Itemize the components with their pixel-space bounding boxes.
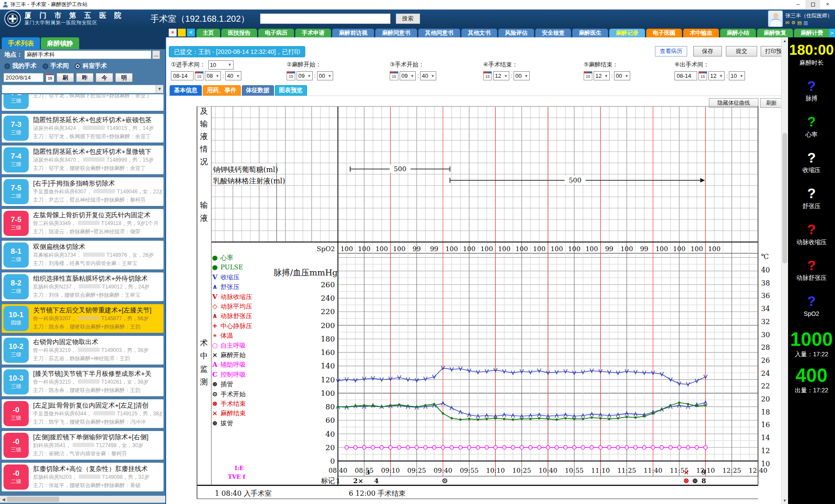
subtab-用药、事件[interactable]: 用药、事件 — [203, 85, 241, 96]
document-icon[interactable]: ▥ — [804, 20, 808, 25]
scroll-left-button[interactable]: < — [187, 29, 195, 36]
tab-安全核查[interactable]: 安全核查 — [535, 29, 571, 37]
radio-我的手术[interactable]: 我的手术 — [4, 62, 37, 70]
subtab-基本信息[interactable]: 基本信息 — [170, 85, 202, 96]
scrollbar-left-arrow[interactable]: ◀ — [0, 497, 7, 502]
scrollbar-up-arrow[interactable]: ▲ — [782, 37, 788, 44]
tab-麻醉记录[interactable]: 麻醉记录 — [609, 29, 645, 37]
scrollbar-thumb[interactable] — [7, 497, 59, 502]
calendar-icon[interactable]: 15 — [46, 73, 54, 82]
settings-icon[interactable]: ⚙ — [791, 20, 795, 25]
surgery-card[interactable]: 7-5三级左肱骨髁上骨折切开复位克氏针内固定术骨二科病房3349，T149118… — [2, 209, 164, 238]
date-field[interactable]: 08-14 — [171, 71, 194, 80]
time-select[interactable]: 12▼ — [594, 71, 610, 80]
mail-icon[interactable]: ✉ — [785, 20, 789, 25]
svg-text:14: 14 — [761, 434, 770, 442]
calendar-icon[interactable]: 15 — [287, 71, 295, 80]
tab-其他文书[interactable]: 其他文书 — [461, 29, 497, 37]
tab-手术申请[interactable]: 手术申请 — [295, 29, 331, 37]
location-input[interactable] — [24, 50, 151, 59]
minimize-button[interactable]: – — [791, 0, 805, 10]
surgery-card[interactable]: 10-3三级[膝关节镜]关节镜下半月板修整成形术+关骨一科病房3215，T140… — [2, 368, 164, 396]
time-select[interactable]: 00▼ — [514, 71, 530, 80]
time-select[interactable]: 10▼ — [208, 60, 234, 70]
surgery-card[interactable]: 7-3三级隐匿性阴茎延长术+包皮环切术+嵌顿包茎泌尿外科病房3424，T1490… — [2, 114, 164, 143]
date-button-明[interactable]: 明 — [115, 73, 133, 82]
time-select[interactable]: 10▼ — [729, 71, 745, 80]
radio-科室手术[interactable]: 科室手术 — [75, 62, 107, 70]
svg-text:160: 160 — [321, 348, 335, 357]
surgery-card[interactable]: 10-1四级关节镜下左后交叉韧带重建术+[左膝关节]骨一科病房3207，T145… — [2, 304, 164, 333]
filter-dropdown[interactable]: ▼ — [2, 85, 164, 93]
calendar-icon[interactable]: 15 — [195, 71, 204, 80]
calendar-icon[interactable]: 15 — [390, 71, 398, 80]
time-select[interactable]: 40▼ — [225, 71, 241, 80]
color-flag-button[interactable] — [178, 29, 186, 36]
tab-风险评估[interactable]: 风险评估 — [498, 29, 534, 37]
tab-麻醉前访视[interactable]: 麻醉前访视 — [332, 29, 374, 37]
submit-button[interactable]: 提交 — [726, 46, 757, 56]
close-record-button[interactable]: × — [169, 29, 177, 36]
scrollbar-thumb[interactable] — [782, 133, 787, 263]
radio-手术间[interactable]: 手术间 — [43, 62, 69, 70]
time-select[interactable]: 08▼ — [205, 71, 221, 80]
room-badge: 7-5三级 — [3, 211, 29, 236]
time-select[interactable]: 09▼ — [297, 71, 313, 80]
time-select[interactable]: 12▼ — [493, 71, 509, 80]
tab-电子医嘱[interactable]: 电子医嘱 — [646, 29, 682, 37]
subtab-图表预览[interactable]: 图表预览 — [275, 85, 307, 96]
date-button-刷[interactable]: 刷 — [57, 73, 74, 82]
tab-麻醉医生[interactable]: 麻醉医生 — [572, 29, 608, 37]
time-select[interactable]: 40▼ — [420, 71, 436, 80]
tab-电子病历[interactable]: 电子病历 — [258, 29, 294, 37]
search-input[interactable] — [260, 13, 391, 24]
time-select[interactable]: 12▼ — [708, 71, 725, 80]
svg-text:⊗: ⊗ — [212, 400, 218, 408]
surgery-card[interactable]: 7-4三级隐匿性阴茎延长术+包皮环切术+显微镜下泌尿外科病房3470，T1489… — [2, 146, 164, 174]
surgery-card[interactable]: 10-2三级右锁骨内固定物取出术骨一科病房3219，T149003，男，38岁主… — [2, 336, 164, 365]
main-vertical-scrollbar[interactable]: ▲ ▼ — [781, 37, 788, 504]
tab-医技报告[interactable]: 医技报告 — [221, 29, 257, 37]
date-input[interactable] — [3, 73, 43, 82]
scroll-right-button[interactable]: > — [829, 29, 835, 37]
date-button-昨[interactable]: 昨 — [76, 73, 94, 82]
maximize-button[interactable] — [805, 0, 820, 10]
tab-术中输血[interactable]: 术中输血 — [683, 29, 719, 37]
sidebar-tab-麻醉镇静[interactable]: 麻醉镇静 — [41, 37, 79, 49]
surgery-card[interactable]: -0三级[左足]趾骨骨折复位内固定术+[左足]清创手足显微外科病房6344，T1… — [2, 399, 164, 428]
view-record-button[interactable]: 查看病历 — [655, 46, 687, 56]
date-button-今[interactable]: 今 — [96, 73, 113, 82]
surgery-card[interactable]: -0二级肛瘘切除术+高位（复杂性）肛瘘挂线术肛肠科病房N203，T149098，… — [2, 463, 164, 491]
tab-麻醉小结[interactable]: 麻醉小结 — [720, 29, 756, 37]
search-button[interactable]: 搜索 — [396, 13, 420, 24]
redacted-name — [73, 443, 94, 447]
surgery-card[interactable]: 8-2二级组织选择性直肠粘膜环切术+外痔切除术肛肠科病房N237，T149012… — [2, 272, 164, 301]
surgery-card[interactable]: 8-1二级双侧扁桃体切除术耳鼻喉科病房3734，T148976，女，26岁主刀：… — [2, 241, 164, 269]
svg-text:V: V — [212, 273, 217, 281]
room-badge: -0三级 — [3, 433, 29, 458]
calendar-icon[interactable]: 15 — [584, 71, 592, 80]
surgery-card[interactable]: -0三级[左侧]腹腔镜下单侧输卵管切除术+[右侧]妇科病房3541，T12749… — [2, 431, 164, 460]
surgery-card[interactable]: 7-2三级泌尿外科病房3409，何子皓，T149000，男，12岁主刀：邬宇龙，… — [2, 94, 164, 111]
surgery-card[interactable]: 7-5二级[右手]手拇指多指畸形切除术手足显微外科病房6307，T149046，… — [2, 177, 164, 206]
tab-麻醉同意书[interactable]: 麻醉同意书 — [375, 29, 417, 37]
time-select[interactable]: 00▼ — [317, 71, 333, 80]
list-icon[interactable]: ▤ — [797, 20, 802, 25]
close-button[interactable]: × — [820, 0, 835, 10]
sidebar-tab-手术列表[interactable]: 手术列表 — [2, 37, 40, 49]
scrollbar-down-arrow[interactable]: ▼ — [782, 497, 788, 504]
location-label: 地点： — [4, 51, 23, 59]
tab-其他同意书[interactable]: 其他同意书 — [418, 29, 460, 37]
tab-麻醉恢复[interactable]: 麻醉恢复 — [757, 29, 793, 37]
tab-麻醉计费[interactable]: 麻醉计费 — [794, 29, 829, 37]
calendar-icon[interactable]: 15 — [483, 71, 492, 80]
location-more-button[interactable]: … — [152, 50, 160, 59]
calendar-icon[interactable]: 15 — [698, 71, 707, 80]
date-field[interactable]: 08-14 — [675, 71, 697, 80]
time-select[interactable]: 00▼ — [614, 71, 630, 80]
save-button[interactable]: 保存 — [693, 46, 722, 56]
subtab-体征数据[interactable]: 体征数据 — [242, 85, 274, 96]
time-select[interactable]: 09▼ — [400, 71, 416, 80]
tab-主页[interactable]: 主页 — [197, 29, 220, 37]
sidebar-horizontal-scrollbar[interactable]: ◀ — [0, 496, 165, 503]
